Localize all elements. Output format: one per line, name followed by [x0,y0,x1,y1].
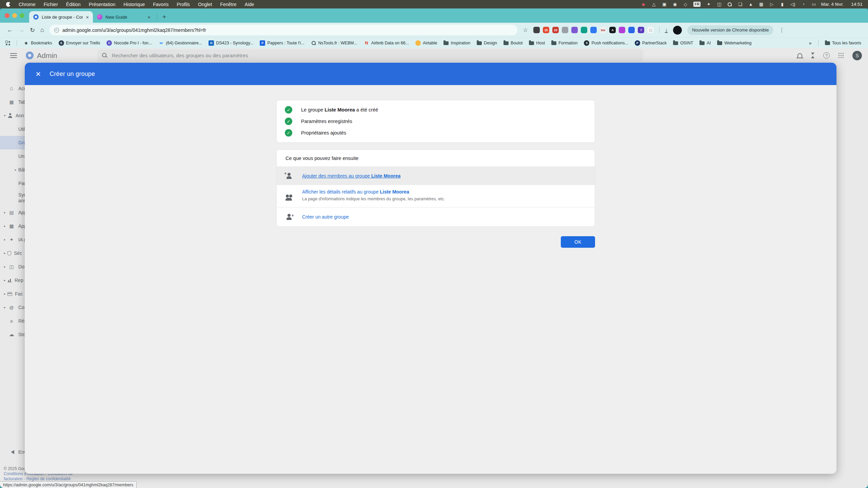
caret-icon[interactable]: ▸ [2,292,7,296]
extension-icon[interactable] [628,27,635,33]
bookmark-item[interactable]: Bookmarks [23,40,52,46]
status-icon[interactable]: ◇ [683,2,688,7]
tab-new-guide[interactable]: New Guide × [93,11,155,23]
status-icon[interactable]: ▮ [780,2,785,7]
menu-item[interactable]: Historique [123,2,145,7]
menu-item[interactable]: Présentation [89,2,116,7]
status-icon[interactable] [727,2,732,7]
bookmark-item[interactable]: Airtable [415,40,437,46]
close-dialog-icon[interactable]: × [36,69,41,78]
close-tab-icon[interactable]: × [147,14,151,20]
bookmark-item[interactable]: Boulot [504,41,522,45]
extension-icon[interactable] [619,27,625,33]
url-text[interactable]: admin.google.com/u/3/ac/groups/041mghml2… [62,27,206,33]
forward-button[interactable]: → [18,26,24,34]
menu-item[interactable]: Onglet [198,2,212,7]
status-icon[interactable]: ▲ [748,2,753,7]
status-icon[interactable]: ▦ [759,2,764,7]
caret-icon[interactable]: ▸ [2,224,7,228]
status-icon[interactable]: ❏ [738,2,743,7]
menu-item[interactable]: Profils [177,2,190,7]
create-another-group-link[interactable]: Créer un autre groupe [302,214,349,220]
help-icon[interactable]: ? [823,52,830,59]
bookmark-item[interactable]: ∞ (64) Gestionnaire... [158,40,202,46]
menu-item[interactable]: Chrome [19,2,36,7]
bookmark-item[interactable]: S Envoyer sur Trello [59,40,100,46]
extension-icon[interactable]: 23 [552,27,559,33]
status-icon[interactable]: ✦ [706,2,711,7]
bookmark-item[interactable]: Design [477,41,497,45]
bookmark-item[interactable]: P PartnerStack [635,40,667,46]
caret-icon[interactable]: ▸ [13,168,18,171]
menu-item[interactable]: Édition [66,2,81,7]
all-bookmarks-item[interactable]: Tous les favoris [825,41,863,45]
bookmark-item[interactable]: S Push notifications... [584,40,628,46]
status-icon[interactable]: ◁) [790,2,795,7]
bookmarks-overflow-chevron[interactable]: » [809,40,812,46]
menu-item[interactable]: Fenêtre [220,2,236,7]
bookmark-item[interactable]: D DS423 - Synology... [209,40,253,46]
bookmark-item[interactable]: Inspiration [443,41,470,45]
extension-icon[interactable] [581,27,587,33]
caret-icon[interactable]: ▸ [2,265,7,268]
terms-link-2[interactable]: facturation - Règles de confidentialité [4,476,73,482]
status-icon[interactable]: ▭ [811,2,816,7]
extension-icon[interactable]: Inv [600,27,606,33]
status-icon[interactable]: ▷ [769,2,774,7]
menu-clock[interactable]: Mar. 4 févr. 14:51 [821,2,868,7]
admin-search-input[interactable] [112,53,417,58]
caret-icon[interactable]: ▸ [2,306,7,309]
tasks-hourglass-icon[interactable] [811,53,814,58]
zoom-window-button[interactable] [20,13,24,18]
menu-item[interactable]: Favoris [153,2,169,7]
notifications-bell-icon[interactable] [797,53,802,58]
caret-icon[interactable]: ▸ [2,279,7,282]
site-settings-icon[interactable] [54,28,59,33]
apple-icon[interactable] [6,2,11,7]
close-tab-icon[interactable]: × [86,14,89,20]
action-view-details[interactable]: Afficher les détails relatifs au groupe … [277,185,595,207]
bookmark-item[interactable]: OSINT [673,41,693,45]
reload-button[interactable]: ↻ [30,26,35,34]
chrome-menu-icon[interactable]: ⋮ [779,27,784,33]
extension-icon[interactable] [590,27,597,33]
bookmark-item[interactable]: NsTools.fr : WEBM... [311,40,357,46]
profile-avatar[interactable] [673,26,682,35]
back-button[interactable]: ← [7,26,13,34]
google-apps-grid-icon[interactable] [839,53,844,58]
address-bar[interactable]: admin.google.com/u/3/ac/groups/041mghml2… [50,25,517,35]
main-menu-icon[interactable] [10,53,17,58]
status-icon[interactable]: ◉ [672,2,677,7]
close-window-button[interactable] [5,13,9,18]
home-button[interactable]: ⌂ [40,26,44,34]
extension-icon[interactable] [533,27,540,33]
status-icon[interactable]: ◔ [801,2,806,7]
bookmark-item[interactable]: P Pappers : Toute l'i... [260,40,304,46]
action-add-members[interactable]: + Ajouter des membres au groupe Liste Mo… [277,166,595,185]
extension-icon[interactable] [571,27,578,33]
chrome-update-chip[interactable]: Nouvelle version de Chrome disponible [687,25,773,35]
account-avatar[interactable]: S [852,51,862,60]
extension-icon[interactable]: A [609,27,616,33]
downloads-icon[interactable]: ↓ [665,27,668,33]
menu-item[interactable]: Fichier [44,2,58,7]
sidebar-feedback-item[interactable]: Env [0,445,26,459]
status-icon[interactable]: ◆ [641,2,646,7]
minimize-window-button[interactable] [12,13,17,18]
extension-icon[interactable]: ▢ [647,27,654,33]
side-panel-grid-icon[interactable] [5,41,10,45]
extension-icon[interactable]: 7 [638,27,644,33]
ok-button[interactable]: OK [561,236,595,248]
bookmark-item[interactable]: AI [699,41,711,45]
admin-search-bar[interactable] [97,49,643,62]
status-icon[interactable]: ◫ [717,2,722,7]
caret-icon[interactable]: ▸ [2,238,7,241]
status-icon[interactable]: FR [693,2,701,7]
bookmark-item[interactable]: Formation [551,41,577,45]
menu-item[interactable]: Aide [245,2,254,7]
view-details-link[interactable]: Afficher les détails relatifs au groupe … [302,189,409,195]
bookmark-item[interactable]: C Nocode Pro I - fon... [106,40,152,46]
status-icon[interactable]: ▣ [662,2,667,7]
bookmark-item[interactable]: Webmarketing [717,41,751,45]
caret-icon[interactable]: ▸ [2,251,7,255]
